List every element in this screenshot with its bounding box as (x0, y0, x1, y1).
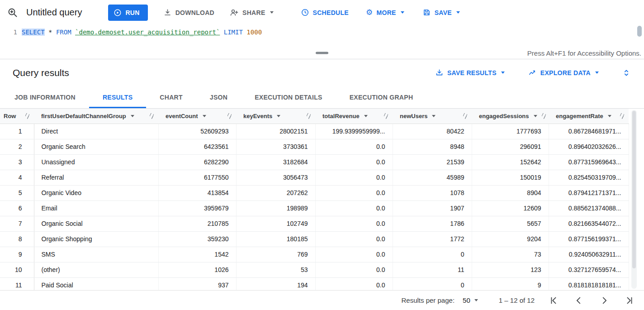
table-cell: 1772 (393, 231, 472, 247)
sort-dropdown-icon[interactable] (364, 115, 368, 117)
results-actions: SAVE RESULTS EXPLORE DATA (433, 65, 632, 81)
column-resize-handle[interactable] (227, 113, 232, 119)
first-page-button[interactable] (547, 294, 560, 307)
query-title: Untitled query (26, 7, 82, 18)
explore-data-button[interactable]: EXPLORE DATA (526, 65, 601, 81)
column-resize-handle[interactable] (150, 113, 154, 119)
table-cell: 1078 (393, 185, 472, 200)
table-row: 6Email39596791989890.01907126090.8856213… (0, 200, 629, 216)
table-cell: 0.879412171371... (549, 185, 629, 200)
table-cell: Unassigned (34, 154, 158, 170)
save-alt-icon (435, 68, 444, 77)
splitter-drag-handle[interactable] (316, 52, 328, 54)
table-row: 1Direct5260929328002151199.9399959999...… (0, 124, 629, 139)
table-row: 5Organic Video4138542072620.0107889040.8… (0, 185, 629, 200)
table-cell: 769 (236, 247, 315, 262)
table-cell: SMS (34, 247, 158, 262)
column-header-eventCount[interactable]: eventCount (158, 109, 236, 124)
editor-scrollbar-thumb[interactable] (637, 26, 642, 37)
sort-dropdown-icon[interactable] (534, 115, 537, 117)
table-cell: 53 (236, 262, 315, 277)
sort-dropdown-icon[interactable] (277, 115, 280, 117)
table-cell: 194 (236, 277, 315, 290)
more-button-label: MORE (377, 9, 396, 16)
table-cell: 0.825450319709... (549, 170, 629, 185)
table-cell: 1542 (158, 247, 236, 262)
column-header-label: engagementRate (556, 113, 603, 119)
column-resize-handle[interactable] (307, 113, 311, 119)
save-results-button[interactable]: SAVE RESULTS (433, 65, 507, 81)
table-cell: Email (34, 200, 158, 216)
table-cell: Direct (34, 124, 158, 139)
table-cell: 0.0 (315, 200, 393, 216)
table-row: 4Referral617755030564730.0459891500190.8… (0, 170, 629, 185)
table-cell: 9 (472, 277, 549, 290)
table-cell: 0.0 (315, 262, 393, 277)
column-header-engagedSessions[interactable]: engagedSessions (472, 109, 549, 124)
column-resize-handle[interactable] (463, 113, 467, 119)
table-cell: 1786 (393, 216, 472, 231)
page-size-select[interactable]: 50 (463, 296, 478, 304)
row-number-cell: 10 (0, 262, 34, 277)
column-header-totalRevenue[interactable]: totalRevenue (315, 109, 393, 124)
table-cell: 359230 (158, 231, 236, 247)
table-cell: 8904 (472, 185, 549, 200)
column-header-newUsers[interactable]: newUsers (393, 109, 472, 124)
table-scrollbar[interactable] (631, 110, 637, 289)
sort-dropdown-icon[interactable] (608, 115, 611, 117)
schedule-button[interactable]: SCHEDULE (299, 5, 350, 21)
save-button[interactable]: SAVE (421, 5, 462, 21)
more-button[interactable]: ⚙ MORE (364, 5, 406, 21)
column-resize-handle[interactable] (25, 113, 29, 119)
tab-execution-graph[interactable]: EXECUTION GRAPH (336, 86, 427, 108)
download-button-label: DOWNLOAD (175, 9, 214, 16)
tab-execution-details[interactable]: EXECUTION DETAILS (241, 86, 336, 108)
tab-job-information[interactable]: JOB INFORMATION (1, 86, 89, 108)
sort-dropdown-icon[interactable] (131, 115, 134, 117)
caret-down-icon (401, 11, 404, 14)
table-cell: 0.0 (315, 216, 393, 231)
table-cell: Organic Social (34, 216, 158, 231)
sql-table-reference-link[interactable]: `demo.demoset.user_acquisition_report` (75, 29, 220, 36)
column-header-keyEvents[interactable]: keyEvents (236, 109, 315, 124)
chevron-right-icon (599, 296, 609, 305)
run-button[interactable]: RUN (108, 5, 147, 21)
tab-results[interactable]: RESULTS (89, 86, 146, 108)
previous-page-button[interactable] (573, 294, 585, 307)
next-page-button[interactable] (598, 294, 611, 307)
row-number-cell: 4 (0, 170, 34, 185)
column-header-engagementRate[interactable]: engagementRate (549, 109, 629, 124)
sql-editor[interactable]: 1 SELECT * FROM `demo.demoset.user_acqui… (0, 25, 644, 47)
table-scrollbar-thumb[interactable] (632, 111, 636, 268)
download-button[interactable]: DOWNLOAD (161, 5, 216, 21)
pagination-bar: Results per page: 50 1 – 12 of 12 (0, 290, 644, 310)
table-cell: 0.327127659574... (549, 262, 629, 277)
column-header-label: totalRevenue (322, 113, 360, 119)
column-resize-handle[interactable] (542, 113, 546, 119)
row-number-cell: 7 (0, 216, 34, 231)
table-cell: 3959679 (158, 200, 236, 216)
expand-results-button[interactable] (620, 67, 632, 79)
last-page-button[interactable] (623, 294, 636, 307)
table-row: 7Organic Social2107851027490.0178656570.… (0, 216, 629, 231)
column-header-row[interactable]: Row (0, 109, 34, 124)
table-cell: 0.0 (315, 231, 393, 247)
editor-scrollbar[interactable] (637, 26, 642, 46)
table-cell: 1907 (393, 200, 472, 216)
table-cell: 0.877315969643... (549, 154, 629, 170)
sort-dropdown-icon[interactable] (203, 115, 206, 117)
table-cell: 1777693 (472, 124, 549, 139)
column-resize-handle[interactable] (620, 113, 624, 119)
share-button[interactable]: SHARE (228, 5, 275, 21)
tab-json[interactable]: JSON (196, 86, 241, 108)
line-number: 1 (0, 25, 22, 47)
sort-dropdown-icon[interactable] (432, 115, 436, 117)
column-header-label: keyEvents (243, 113, 272, 119)
gear-icon: ⚙ (366, 9, 373, 16)
column-resize-handle[interactable] (384, 113, 388, 119)
table-cell: 73 (472, 247, 549, 262)
table-cell: 937 (158, 277, 236, 290)
results-table: Row firstUserDefaultChannelGroup eventCo… (0, 109, 629, 290)
tab-chart[interactable]: CHART (146, 86, 196, 108)
column-header-firstUserDefaultChannelGroup[interactable]: firstUserDefaultChannelGroup (34, 109, 158, 124)
